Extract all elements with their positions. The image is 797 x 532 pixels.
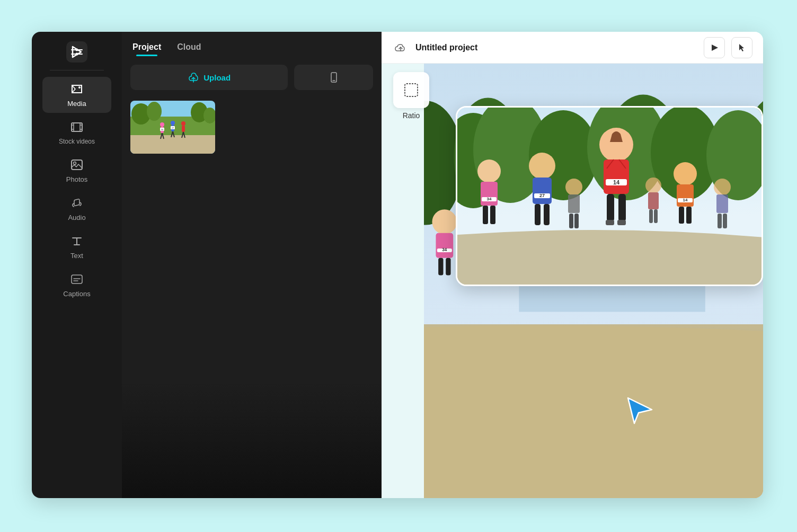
svg-rect-124 — [654, 209, 658, 223]
sidebar-item-label-media: Media — [67, 100, 86, 108]
svg-rect-73 — [438, 258, 443, 276]
svg-point-24 — [147, 102, 162, 121]
svg-rect-36 — [182, 126, 185, 132]
app-container: Media Stock videos — [32, 32, 763, 498]
svg-rect-70 — [436, 233, 453, 258]
mobile-button[interactable] — [294, 65, 373, 90]
svg-rect-122 — [648, 192, 659, 209]
svg-text:14: 14 — [683, 198, 688, 202]
text-icon — [70, 234, 84, 250]
svg-marker-44 — [712, 45, 718, 51]
svg-rect-96 — [618, 194, 626, 221]
svg-point-69 — [432, 209, 457, 234]
project-title: Untitled project — [415, 43, 477, 52]
sidebar-item-text[interactable]: Text — [42, 229, 111, 265]
tab-cloud[interactable]: Cloud — [177, 42, 201, 56]
svg-point-117 — [565, 179, 582, 196]
svg-rect-106 — [481, 182, 498, 206]
svg-point-125 — [714, 179, 731, 196]
sidebar-item-label-stock: Stock videos — [59, 138, 95, 145]
media-icon — [70, 82, 84, 97]
media-actions: Upload — [122, 56, 382, 96]
svg-rect-116 — [686, 207, 692, 224]
tab-project[interactable]: Project — [132, 42, 161, 56]
app-logo[interactable] — [65, 40, 88, 64]
svg-text:34: 34 — [161, 128, 164, 131]
svg-point-14 — [74, 162, 76, 165]
captions-icon — [70, 272, 84, 288]
svg-rect-119 — [569, 214, 573, 228]
svg-text:34: 34 — [442, 247, 447, 252]
play-button[interactable] — [704, 37, 725, 58]
svg-rect-21 — [130, 132, 215, 154]
media-gradient — [122, 382, 382, 498]
sidebar: Media Stock videos — [32, 32, 122, 498]
photo-icon — [70, 158, 84, 173]
sidebar-item-captions[interactable]: Captions — [42, 267, 111, 303]
svg-marker-129 — [628, 398, 652, 423]
svg-text:27: 27 — [172, 127, 174, 129]
svg-rect-115 — [679, 207, 684, 224]
svg-text:14: 14 — [613, 179, 620, 185]
cloud-save-icon — [392, 39, 409, 56]
svg-point-99 — [529, 153, 555, 179]
sidebar-item-label-audio: Audio — [68, 214, 85, 221]
ratio-panel[interactable]: Ratio — [390, 72, 432, 120]
media-thumbnail[interactable]: 34 27 — [130, 101, 215, 154]
svg-rect-104 — [544, 204, 550, 225]
sidebar-item-label-photos: Photos — [66, 175, 87, 183]
svg-rect-128 — [723, 214, 727, 228]
canvas-area: Ratio — [382, 64, 763, 498]
pointer-button[interactable] — [731, 37, 752, 58]
editor-area: Untitled project — [382, 32, 763, 498]
svg-rect-100 — [533, 178, 552, 204]
svg-rect-112 — [677, 184, 694, 207]
upload-label: Upload — [203, 73, 231, 82]
svg-point-3 — [76, 49, 78, 51]
svg-point-121 — [645, 178, 661, 193]
svg-rect-126 — [716, 194, 728, 213]
media-tabs: Project Cloud — [122, 32, 382, 56]
sidebar-divider — [50, 70, 104, 70]
media-panel: Project Cloud Upload — [122, 32, 382, 498]
svg-point-27 — [160, 122, 164, 127]
svg-text:27: 27 — [539, 193, 545, 198]
ratio-icon-box[interactable] — [393, 72, 429, 108]
svg-rect-15 — [72, 275, 82, 283]
svg-point-5 — [78, 86, 81, 88]
film-icon — [70, 120, 84, 136]
cursor-arrow — [623, 393, 657, 429]
svg-rect-13 — [72, 160, 82, 170]
svg-rect-120 — [574, 214, 579, 228]
svg-point-4 — [76, 53, 78, 56]
sidebar-item-label-text: Text — [70, 252, 83, 260]
sidebar-item-media[interactable]: Media — [42, 77, 111, 113]
svg-rect-127 — [718, 214, 722, 228]
svg-rect-97 — [606, 220, 614, 225]
editor-header: Untitled project — [382, 32, 763, 64]
sidebar-item-stock-videos[interactable]: Stock videos — [42, 115, 111, 150]
svg-rect-123 — [649, 209, 653, 223]
svg-rect-109 — [483, 206, 488, 224]
svg-rect-45 — [405, 84, 418, 96]
svg-rect-110 — [490, 206, 495, 224]
svg-point-31 — [171, 121, 175, 125]
sidebar-item-audio[interactable]: Audio — [42, 191, 111, 227]
svg-rect-74 — [446, 258, 450, 276]
svg-point-105 — [477, 159, 501, 183]
svg-rect-98 — [617, 220, 626, 225]
svg-rect-103 — [535, 204, 541, 225]
svg-rect-95 — [607, 194, 614, 221]
foreground-photo-card: 14 27 — [456, 106, 763, 286]
svg-text:34: 34 — [487, 197, 492, 201]
sidebar-item-label-captions: Captions — [63, 290, 90, 298]
media-grid: 34 27 — [122, 96, 382, 158]
svg-point-111 — [674, 162, 697, 185]
svg-rect-118 — [568, 194, 580, 213]
audio-icon — [70, 196, 84, 211]
svg-rect-0 — [66, 41, 87, 63]
sidebar-item-photos[interactable]: Photos — [42, 153, 111, 189]
upload-button[interactable]: Upload — [130, 65, 288, 90]
svg-rect-6 — [72, 123, 82, 131]
svg-rect-90 — [604, 159, 629, 194]
